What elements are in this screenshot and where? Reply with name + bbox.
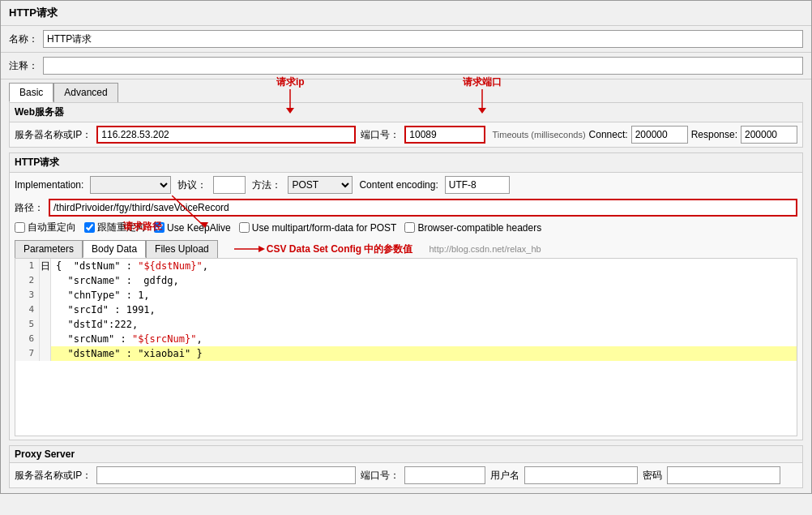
follow-redirect-label: 跟随重定向 <box>97 221 146 234</box>
impl-label: Implementation: <box>15 179 83 191</box>
proxy-server-input[interactable] <box>96 466 356 484</box>
keep-alive-check[interactable] <box>154 222 165 233</box>
comment-input[interactable] <box>43 57 803 75</box>
multipart-checkbox[interactable]: Use multipart/form-data for POST <box>239 222 397 234</box>
auto-redirect-check[interactable] <box>15 222 25 233</box>
port-label: 端口号： <box>361 128 400 142</box>
multipart-label: Use multipart/form-data for POST <box>252 222 397 234</box>
follow-redirect-checkbox[interactable]: 跟随重定向 <box>84 221 146 234</box>
encoding-label: Content encoding: <box>359 179 438 191</box>
server-label: 服务器名称或IP： <box>15 128 92 142</box>
method-select[interactable]: POST GET <box>288 176 353 194</box>
code-line-3: 3 "chnType" : 1, <box>15 288 797 303</box>
keep-alive-checkbox[interactable]: Use KeepAlive <box>154 222 231 234</box>
proxy-port-label: 端口号： <box>361 469 400 483</box>
web-server-section: Web服务器 服务器名称或IP： 端口号： Timeouts (millisec… <box>9 102 803 148</box>
port-input[interactable] <box>404 126 485 144</box>
impl-select[interactable] <box>90 176 171 194</box>
response-input[interactable] <box>741 126 797 144</box>
code-editor[interactable]: 1 日 { "dstNum" : "${dstNum}", 2 "srcName… <box>15 258 797 436</box>
inner-tabs-bar: Parameters Body Data Files Upload CSV Da… <box>10 237 802 258</box>
svg-marker-7 <box>259 246 265 252</box>
comment-label: 注释： <box>9 59 38 73</box>
code-line-4: 4 "srcId" : 1991, <box>15 303 797 317</box>
code-line-1: 1 日 { "dstNum" : "${dstNum}", <box>15 259 797 273</box>
tab-body-data[interactable]: Body Data <box>83 240 146 258</box>
tabs-bar: Basic Advanced <box>1 79 811 102</box>
proxy-section: Proxy Server 服务器名称或IP： 端口号： 用户名 密码 <box>9 445 803 488</box>
auto-redirect-label: 自动重定向 <box>28 221 76 234</box>
multipart-check[interactable] <box>239 222 250 233</box>
response-label: Response: <box>691 129 737 140</box>
proxy-username-label: 用户名 <box>490 469 519 483</box>
name-input[interactable] <box>43 30 803 48</box>
browser-compat-label: Browser-compatible headers <box>417 222 541 234</box>
code-line-7: 7 "dstName" : "xiaobai" } <box>15 346 797 361</box>
code-line-6: 6 "srcNum" : "${srcNum}", <box>15 332 797 346</box>
path-label: 路径： <box>15 201 44 215</box>
protocol-label: 协议： <box>177 178 207 192</box>
window-title: HTTP请求 <box>1 1 811 26</box>
tab-files-upload[interactable]: Files Upload <box>146 240 218 258</box>
proxy-server-label: 服务器名称或IP： <box>15 469 92 483</box>
method-label: 方法： <box>252 178 281 192</box>
proxy-title: Proxy Server <box>10 446 802 463</box>
follow-redirect-check[interactable] <box>84 222 95 233</box>
code-line-2: 2 "srcName" : gdfdg, <box>15 273 797 288</box>
name-label: 名称： <box>9 32 38 46</box>
browser-compat-checkbox[interactable]: Browser-compatible headers <box>404 222 541 234</box>
proxy-password-label: 密码 <box>643 469 662 483</box>
proxy-username-input[interactable] <box>524 466 638 484</box>
tab-parameters[interactable]: Parameters <box>15 240 83 258</box>
blog-url: http://blog.csdn.net/relax_hb <box>429 244 541 254</box>
http-request-title: HTTP请求 <box>10 153 802 173</box>
path-input[interactable] <box>49 199 797 217</box>
encoding-input[interactable] <box>445 176 510 194</box>
code-line-5: 5 "dstId":222, <box>15 317 797 332</box>
auto-redirect-checkbox[interactable]: 自动重定向 <box>15 221 76 234</box>
proxy-password-input[interactable] <box>667 466 780 484</box>
connect-input[interactable] <box>631 126 688 144</box>
timeouts-label: Timeouts (milliseconds) <box>492 130 585 139</box>
keep-alive-label: Use KeepAlive <box>167 222 231 234</box>
connect-label: Connect: <box>589 129 628 140</box>
csv-annotation: CSV Data Set Config 中的参数值 <box>267 242 413 256</box>
tab-advanced[interactable]: Advanced <box>53 83 118 102</box>
browser-compat-check[interactable] <box>404 222 415 233</box>
proxy-port-input[interactable] <box>404 466 485 484</box>
server-input[interactable] <box>96 126 356 144</box>
http-request-section: HTTP请求 Implementation: 协议： 方法： POST GET … <box>9 152 803 440</box>
tab-basic[interactable]: Basic <box>9 83 53 102</box>
protocol-input[interactable] <box>213 176 246 194</box>
web-server-title: Web服务器 <box>10 103 802 122</box>
